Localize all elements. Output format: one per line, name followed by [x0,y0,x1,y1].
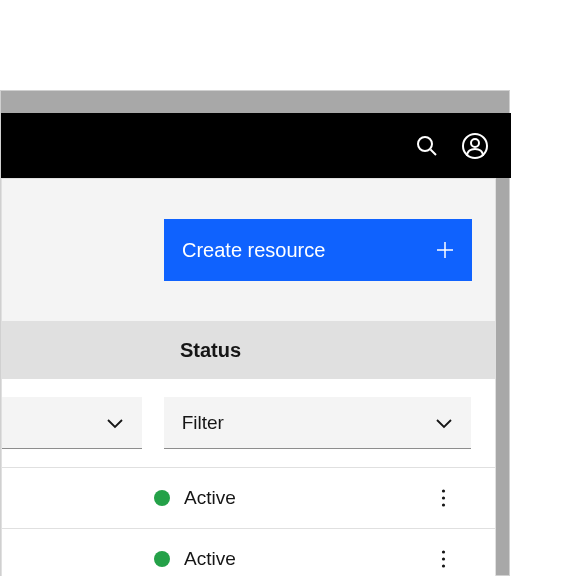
user-icon [462,133,488,159]
create-resource-label: Create resource [182,239,325,262]
svg-point-10 [441,557,444,560]
status-indicator-icon [154,490,170,506]
filter-label: Filter [182,412,224,434]
filter-dropdown-1[interactable] [2,397,142,449]
chevron-down-icon [106,417,124,429]
kebab-menu-icon [441,488,446,508]
status-column-header: Status [180,339,241,362]
user-profile-button[interactable] [451,122,499,170]
svg-point-6 [441,489,444,492]
row-overflow-menu[interactable] [431,482,455,514]
svg-point-11 [441,564,444,567]
status-value: Active [184,487,236,509]
header-bar [1,113,511,178]
status-indicator-icon [154,551,170,567]
row-overflow-menu[interactable] [431,543,455,575]
svg-point-7 [441,496,444,499]
action-section: Create resource [2,179,495,321]
window-frame: Create resource Status Filter [0,90,510,576]
filter-dropdown-2[interactable]: Filter [164,397,471,449]
plus-icon [436,241,454,259]
search-icon [415,134,439,158]
table-row: Active [2,468,495,529]
svg-point-9 [441,550,444,553]
svg-point-0 [418,137,432,151]
create-resource-button[interactable]: Create resource [164,219,472,281]
table-row: Active [2,529,495,576]
chevron-down-icon [435,417,453,429]
kebab-menu-icon [441,549,446,569]
svg-point-8 [441,503,444,506]
svg-line-1 [431,149,437,155]
content-area: Create resource Status Filter [1,178,496,576]
table-header-row: Status [2,321,495,379]
search-button[interactable] [403,122,451,170]
filter-row: Filter [2,379,495,468]
svg-point-3 [471,139,479,147]
status-value: Active [184,548,236,570]
